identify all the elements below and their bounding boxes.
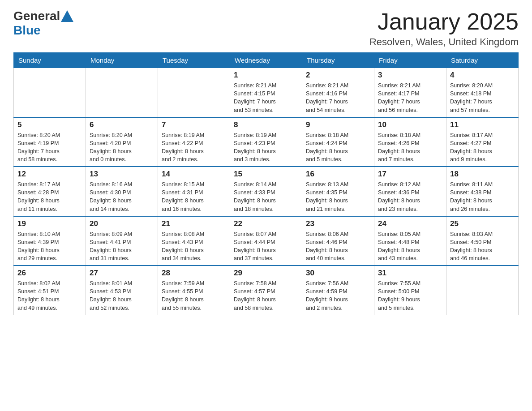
day-number: 7 [162, 120, 226, 129]
header-saturday: Saturday [446, 53, 519, 68]
day-number: 29 [234, 269, 298, 278]
calendar-day-cell: 21Sunrise: 8:08 AMSunset: 4:43 PMDayligh… [158, 216, 230, 266]
day-info: Sunrise: 8:01 AMSunset: 4:53 PMDaylight:… [90, 279, 154, 312]
day-info: Sunrise: 8:12 AMSunset: 4:36 PMDaylight:… [378, 180, 442, 213]
day-number: 2 [306, 71, 370, 80]
logo-triangle-icon [61, 9, 73, 22]
calendar-week-row: 26Sunrise: 8:02 AMSunset: 4:51 PMDayligh… [14, 265, 519, 315]
calendar-day-cell: 2Sunrise: 8:21 AMSunset: 4:16 PMDaylight… [302, 68, 374, 117]
day-info: Sunrise: 8:09 AMSunset: 4:41 PMDaylight:… [90, 230, 154, 263]
day-number: 31 [378, 269, 442, 278]
calendar-day-cell: 13Sunrise: 8:16 AMSunset: 4:30 PMDayligh… [86, 167, 158, 216]
day-number: 20 [90, 219, 154, 228]
day-number: 4 [450, 71, 515, 80]
day-info: Sunrise: 8:21 AMSunset: 4:15 PMDaylight:… [234, 81, 298, 114]
day-number: 24 [378, 219, 442, 228]
calendar-week-row: 5Sunrise: 8:20 AMSunset: 4:19 PMDaylight… [14, 117, 519, 167]
page-header: General Blue January 2025 Resolven, Wale… [13, 9, 519, 48]
calendar-day-cell: 12Sunrise: 8:17 AMSunset: 4:28 PMDayligh… [14, 167, 86, 216]
day-info: Sunrise: 8:11 AMSunset: 4:38 PMDaylight:… [450, 180, 515, 213]
day-number: 3 [378, 71, 442, 80]
day-info: Sunrise: 8:05 AMSunset: 4:48 PMDaylight:… [378, 230, 442, 263]
day-info: Sunrise: 7:55 AMSunset: 5:00 PMDaylight:… [378, 279, 442, 312]
calendar-table: Sunday Monday Tuesday Wednesday Thursday… [13, 52, 519, 315]
day-number: 25 [450, 219, 515, 228]
day-number: 30 [306, 269, 370, 278]
calendar-day-cell [446, 265, 519, 315]
day-number: 14 [162, 170, 226, 179]
logo-blue-text: Blue [13, 23, 41, 37]
day-info: Sunrise: 8:15 AMSunset: 4:31 PMDaylight:… [162, 180, 226, 213]
calendar-day-cell: 22Sunrise: 8:07 AMSunset: 4:44 PMDayligh… [230, 216, 302, 266]
calendar-day-cell: 18Sunrise: 8:11 AMSunset: 4:38 PMDayligh… [446, 167, 519, 216]
day-info: Sunrise: 8:14 AMSunset: 4:33 PMDaylight:… [234, 180, 298, 213]
calendar-day-cell: 3Sunrise: 8:21 AMSunset: 4:17 PMDaylight… [374, 68, 446, 117]
calendar-week-row: 1Sunrise: 8:21 AMSunset: 4:15 PMDaylight… [14, 68, 519, 117]
day-info: Sunrise: 8:18 AMSunset: 4:24 PMDaylight:… [306, 131, 370, 164]
calendar-day-cell: 19Sunrise: 8:10 AMSunset: 4:39 PMDayligh… [14, 216, 86, 266]
calendar-day-cell: 8Sunrise: 8:19 AMSunset: 4:23 PMDaylight… [230, 117, 302, 167]
header-sunday: Sunday [14, 53, 86, 68]
calendar-day-cell: 9Sunrise: 8:18 AMSunset: 4:24 PMDaylight… [302, 117, 374, 167]
day-info: Sunrise: 7:59 AMSunset: 4:55 PMDaylight:… [162, 279, 226, 312]
day-info: Sunrise: 8:21 AMSunset: 4:17 PMDaylight:… [378, 81, 442, 114]
logo-general-text: General [13, 9, 60, 23]
calendar-day-cell: 10Sunrise: 8:18 AMSunset: 4:26 PMDayligh… [374, 117, 446, 167]
day-number: 12 [17, 170, 82, 179]
day-info: Sunrise: 8:20 AMSunset: 4:18 PMDaylight:… [450, 81, 515, 114]
weekday-header-row: Sunday Monday Tuesday Wednesday Thursday… [14, 53, 519, 68]
calendar-day-cell: 16Sunrise: 8:13 AMSunset: 4:35 PMDayligh… [302, 167, 374, 216]
day-number: 1 [234, 71, 298, 80]
day-number: 11 [450, 120, 515, 129]
title-section: January 2025 Resolven, Wales, United Kin… [369, 9, 519, 48]
calendar-day-cell: 15Sunrise: 8:14 AMSunset: 4:33 PMDayligh… [230, 167, 302, 216]
day-info: Sunrise: 7:56 AMSunset: 4:59 PMDaylight:… [306, 279, 370, 312]
calendar-day-cell: 25Sunrise: 8:03 AMSunset: 4:50 PMDayligh… [446, 216, 519, 266]
day-number: 16 [306, 170, 370, 179]
day-info: Sunrise: 8:06 AMSunset: 4:46 PMDaylight:… [306, 230, 370, 263]
header-thursday: Thursday [302, 53, 374, 68]
day-info: Sunrise: 8:19 AMSunset: 4:22 PMDaylight:… [162, 131, 226, 164]
day-info: Sunrise: 8:07 AMSunset: 4:44 PMDaylight:… [234, 230, 298, 263]
day-number: 17 [378, 170, 442, 179]
calendar-day-cell: 29Sunrise: 7:58 AMSunset: 4:57 PMDayligh… [230, 265, 302, 315]
day-number: 6 [90, 120, 154, 129]
calendar-day-cell: 23Sunrise: 8:06 AMSunset: 4:46 PMDayligh… [302, 216, 374, 266]
day-info: Sunrise: 8:20 AMSunset: 4:20 PMDaylight:… [90, 131, 154, 164]
calendar-day-cell: 24Sunrise: 8:05 AMSunset: 4:48 PMDayligh… [374, 216, 446, 266]
calendar-day-cell: 7Sunrise: 8:19 AMSunset: 4:22 PMDaylight… [158, 117, 230, 167]
day-info: Sunrise: 8:13 AMSunset: 4:35 PMDaylight:… [306, 180, 370, 213]
calendar-day-cell [86, 68, 158, 117]
day-number: 22 [234, 219, 298, 228]
calendar-day-cell: 6Sunrise: 8:20 AMSunset: 4:20 PMDaylight… [86, 117, 158, 167]
calendar-day-cell: 14Sunrise: 8:15 AMSunset: 4:31 PMDayligh… [158, 167, 230, 216]
calendar-day-cell: 26Sunrise: 8:02 AMSunset: 4:51 PMDayligh… [14, 265, 86, 315]
day-info: Sunrise: 8:20 AMSunset: 4:19 PMDaylight:… [17, 131, 82, 164]
calendar-day-cell: 20Sunrise: 8:09 AMSunset: 4:41 PMDayligh… [86, 216, 158, 266]
calendar-day-cell: 30Sunrise: 7:56 AMSunset: 4:59 PMDayligh… [302, 265, 374, 315]
day-number: 21 [162, 219, 226, 228]
day-info: Sunrise: 8:08 AMSunset: 4:43 PMDaylight:… [162, 230, 226, 263]
day-info: Sunrise: 8:18 AMSunset: 4:26 PMDaylight:… [378, 131, 442, 164]
day-info: Sunrise: 8:03 AMSunset: 4:50 PMDaylight:… [450, 230, 515, 263]
day-number: 27 [90, 269, 154, 278]
calendar-week-row: 12Sunrise: 8:17 AMSunset: 4:28 PMDayligh… [14, 167, 519, 216]
day-number: 9 [306, 120, 370, 129]
calendar-day-cell: 28Sunrise: 7:59 AMSunset: 4:55 PMDayligh… [158, 265, 230, 315]
header-friday: Friday [374, 53, 446, 68]
day-info: Sunrise: 8:17 AMSunset: 4:28 PMDaylight:… [17, 180, 82, 213]
calendar-day-cell [158, 68, 230, 117]
calendar-day-cell [14, 68, 86, 117]
day-number: 5 [17, 120, 82, 129]
calendar-day-cell: 31Sunrise: 7:55 AMSunset: 5:00 PMDayligh… [374, 265, 446, 315]
header-tuesday: Tuesday [158, 53, 230, 68]
calendar-day-cell: 5Sunrise: 8:20 AMSunset: 4:19 PMDaylight… [14, 117, 86, 167]
header-monday: Monday [86, 53, 158, 68]
calendar-day-cell: 11Sunrise: 8:17 AMSunset: 4:27 PMDayligh… [446, 117, 519, 167]
day-number: 10 [378, 120, 442, 129]
calendar-day-cell: 4Sunrise: 8:20 AMSunset: 4:18 PMDaylight… [446, 68, 519, 117]
day-info: Sunrise: 8:02 AMSunset: 4:51 PMDaylight:… [17, 279, 82, 312]
day-number: 28 [162, 269, 226, 278]
day-number: 18 [450, 170, 515, 179]
day-number: 19 [17, 219, 82, 228]
